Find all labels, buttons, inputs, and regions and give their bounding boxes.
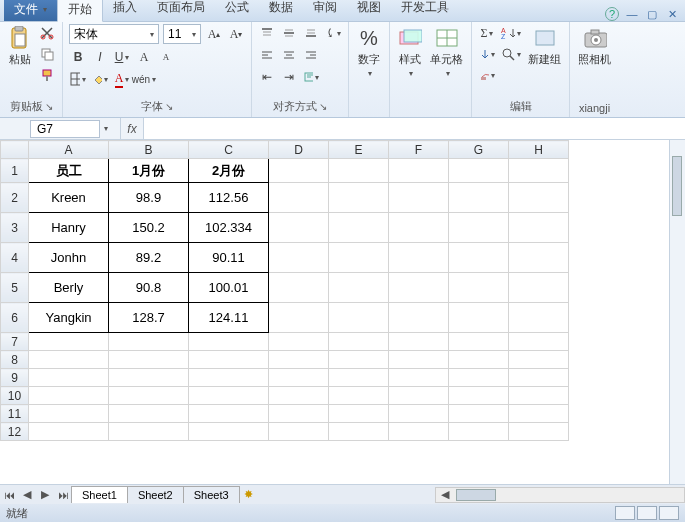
formula-input[interactable] [144, 118, 685, 139]
help-icon[interactable]: ? [605, 7, 619, 21]
cell[interactable]: 2月份 [189, 159, 269, 183]
tab-开始[interactable]: 开始 [57, 0, 103, 22]
cell[interactable] [189, 369, 269, 387]
fill-color-button[interactable]: ▾ [91, 70, 109, 88]
cell[interactable] [389, 405, 449, 423]
cell[interactable] [329, 387, 389, 405]
cell[interactable]: Hanry [29, 213, 109, 243]
sheet-next-button[interactable]: ▶ [36, 486, 54, 504]
tab-file[interactable]: 文件 ▾ [4, 0, 57, 21]
view-pagelayout-button[interactable] [637, 506, 657, 520]
sheet-first-button[interactable]: ⏮ [0, 486, 18, 504]
view-normal-button[interactable] [615, 506, 635, 520]
cell[interactable] [389, 273, 449, 303]
cell[interactable] [509, 387, 569, 405]
cell[interactable] [269, 303, 329, 333]
decrease-font-button[interactable]: A▾ [227, 25, 245, 43]
cell[interactable] [509, 273, 569, 303]
select-all-corner[interactable] [1, 141, 29, 159]
cell[interactable] [269, 213, 329, 243]
cut-button[interactable] [38, 24, 56, 42]
cell[interactable] [269, 405, 329, 423]
cell[interactable] [109, 405, 189, 423]
tab-视图[interactable]: 视图 [347, 0, 391, 21]
cell[interactable]: 100.01 [189, 273, 269, 303]
cell[interactable] [389, 369, 449, 387]
sheet-tab[interactable]: Sheet1 [71, 486, 128, 503]
cell[interactable] [189, 333, 269, 351]
close-icon[interactable]: ✕ [665, 7, 679, 21]
cell[interactable] [189, 405, 269, 423]
new-group-button[interactable]: 新建组 [526, 24, 563, 69]
fx-icon[interactable]: fx [120, 118, 144, 139]
cell[interactable]: 1月份 [109, 159, 189, 183]
cell[interactable] [449, 405, 509, 423]
paste-button[interactable]: 粘贴 [6, 24, 34, 69]
cell[interactable] [329, 213, 389, 243]
col-header[interactable]: F [389, 141, 449, 159]
cell[interactable] [269, 333, 329, 351]
cell[interactable] [329, 159, 389, 183]
autosum-button[interactable]: Σ▾ [478, 24, 496, 42]
cell[interactable] [189, 387, 269, 405]
cell[interactable]: Yangkin [29, 303, 109, 333]
font-name-select[interactable]: 宋体▾ [69, 24, 159, 44]
fill-button[interactable]: ▾ [478, 45, 496, 63]
phonetic-button[interactable]: wén▾ [135, 70, 153, 88]
clear-button[interactable]: ▾ [478, 66, 496, 84]
cell[interactable] [329, 183, 389, 213]
tab-数据[interactable]: 数据 [259, 0, 303, 21]
cell[interactable] [449, 183, 509, 213]
cell[interactable] [109, 369, 189, 387]
increase-indent-button[interactable]: ⇥ [280, 68, 298, 86]
col-header[interactable]: E [329, 141, 389, 159]
col-header[interactable]: B [109, 141, 189, 159]
horizontal-scrollbar[interactable]: ◀ [435, 487, 685, 503]
row-header[interactable]: 1 [1, 159, 29, 183]
cell[interactable]: Berly [29, 273, 109, 303]
cell[interactable] [269, 369, 329, 387]
copy-button[interactable] [38, 45, 56, 63]
cell[interactable] [389, 387, 449, 405]
row-header[interactable]: 6 [1, 303, 29, 333]
cell[interactable] [389, 303, 449, 333]
tab-公式[interactable]: 公式 [215, 0, 259, 21]
col-header[interactable]: A [29, 141, 109, 159]
wrap-text-button[interactable]: ▾ [302, 68, 320, 86]
row-header[interactable]: 11 [1, 405, 29, 423]
cell[interactable] [509, 369, 569, 387]
cell[interactable] [269, 183, 329, 213]
tab-插入[interactable]: 插入 [103, 0, 147, 21]
col-header[interactable]: C [189, 141, 269, 159]
bold-button[interactable]: B [69, 48, 87, 66]
vertical-scrollbar[interactable] [669, 140, 685, 484]
row-header[interactable]: 3 [1, 213, 29, 243]
cell[interactable] [189, 351, 269, 369]
cell[interactable] [269, 387, 329, 405]
align-right-button[interactable] [302, 46, 320, 64]
cell[interactable] [449, 333, 509, 351]
tab-开发工具[interactable]: 开发工具 [391, 0, 459, 21]
cell[interactable] [449, 213, 509, 243]
cell[interactable] [269, 159, 329, 183]
row-header[interactable]: 12 [1, 423, 29, 441]
cell[interactable] [509, 351, 569, 369]
percent-button[interactable]: % 数字 ▾ [355, 24, 383, 80]
col-header[interactable]: G [449, 141, 509, 159]
row-header[interactable]: 4 [1, 243, 29, 273]
tab-审阅[interactable]: 审阅 [303, 0, 347, 21]
cell[interactable]: Jonhn [29, 243, 109, 273]
orientation-button[interactable]: ⤹▾ [324, 24, 342, 42]
row-header[interactable]: 5 [1, 273, 29, 303]
cell[interactable] [509, 333, 569, 351]
launcher-icon[interactable]: ↘ [45, 101, 53, 112]
cell[interactable] [329, 333, 389, 351]
cell[interactable] [109, 333, 189, 351]
sheet-last-button[interactable]: ⏭ [54, 486, 72, 504]
new-sheet-button[interactable]: ✸ [240, 486, 258, 504]
cell[interactable] [29, 369, 109, 387]
cell[interactable] [109, 351, 189, 369]
cell[interactable] [449, 369, 509, 387]
cell[interactable] [449, 351, 509, 369]
format-painter-button[interactable] [38, 66, 56, 84]
